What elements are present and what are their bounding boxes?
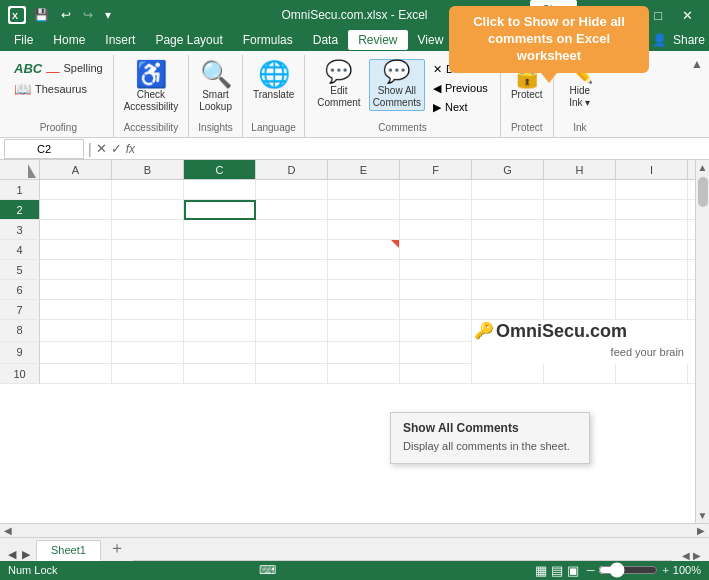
cell-c3[interactable]	[184, 220, 256, 240]
cell-e6[interactable]	[328, 280, 400, 300]
row-header-6[interactable]: 6	[0, 280, 40, 300]
row-header-3[interactable]: 3	[0, 220, 40, 240]
formula-input[interactable]	[139, 143, 705, 155]
cell-e9[interactable]	[328, 342, 400, 364]
cell-g2[interactable]	[472, 200, 544, 220]
cell-e10[interactable]	[328, 364, 400, 384]
cell-a4[interactable]	[40, 240, 112, 260]
page-break-view-btn[interactable]: ▣	[567, 563, 579, 578]
cell-h1[interactable]	[544, 180, 616, 200]
cell-g6[interactable]	[472, 280, 544, 300]
scroll-up-btn[interactable]: ▲	[696, 160, 709, 175]
cell-f9[interactable]	[400, 342, 472, 364]
menu-home[interactable]: Home	[43, 30, 95, 50]
next-comment-btn[interactable]: ▶ Next	[429, 99, 492, 116]
row-header-7[interactable]: 7	[0, 300, 40, 320]
cell-i3[interactable]	[616, 220, 688, 240]
cell-h6[interactable]	[544, 280, 616, 300]
cell-d9[interactable]	[256, 342, 328, 364]
cell-b10[interactable]	[112, 364, 184, 384]
cell-f10[interactable]	[400, 364, 472, 384]
cell-i1[interactable]	[616, 180, 688, 200]
cell-d8[interactable]	[256, 320, 328, 342]
cell-b6[interactable]	[112, 280, 184, 300]
col-header-h[interactable]: H	[544, 160, 616, 179]
cell-h2[interactable]	[544, 200, 616, 220]
cell-e5[interactable]	[328, 260, 400, 280]
show-all-comments-btn[interactable]: 💬 Show AllComments	[369, 59, 425, 111]
cell-i4[interactable]	[616, 240, 688, 260]
cell-a7[interactable]	[40, 300, 112, 320]
cell-g3[interactable]	[472, 220, 544, 240]
scroll-down-btn[interactable]: ▼	[696, 508, 709, 523]
zoom-in-btn[interactable]: +	[662, 564, 668, 576]
maximize-btn[interactable]: □	[646, 6, 670, 25]
cell-f6[interactable]	[400, 280, 472, 300]
cell-e7[interactable]	[328, 300, 400, 320]
save-quick-btn[interactable]: 💾	[30, 6, 53, 24]
smart-lookup-btn[interactable]: 🔍 SmartLookup	[195, 59, 236, 115]
zoom-out-btn[interactable]: ─	[587, 564, 595, 576]
edit-comment-btn[interactable]: 💬 EditComment	[313, 59, 364, 111]
cell-a6[interactable]	[40, 280, 112, 300]
customize-qat-btn[interactable]: ▾	[101, 6, 115, 24]
cell-g7[interactable]	[472, 300, 544, 320]
zoom-slider[interactable]	[598, 562, 658, 578]
vertical-scrollbar[interactable]: ▲ ▼	[695, 160, 709, 523]
cell-d1[interactable]	[256, 180, 328, 200]
cell-f2[interactable]	[400, 200, 472, 220]
cell-f4[interactable]	[400, 240, 472, 260]
cell-a8[interactable]	[40, 320, 112, 342]
cell-h4[interactable]	[544, 240, 616, 260]
cell-c4[interactable]	[184, 240, 256, 260]
menu-view[interactable]: View	[408, 30, 454, 50]
cell-e3[interactable]	[328, 220, 400, 240]
menu-data[interactable]: Data	[303, 30, 348, 50]
collapse-ribbon-btn[interactable]: ▲	[689, 55, 705, 73]
sheet-tab-1[interactable]: Sheet1	[36, 540, 101, 561]
cell-b8[interactable]	[112, 320, 184, 342]
name-box[interactable]	[4, 139, 84, 159]
cell-d6[interactable]	[256, 280, 328, 300]
menu-file[interactable]: File	[4, 30, 43, 50]
cell-d2[interactable]	[256, 200, 328, 220]
cell-c10[interactable]	[184, 364, 256, 384]
check-accessibility-btn[interactable]: ♿ CheckAccessibility	[120, 59, 182, 115]
menu-formulas[interactable]: Formulas	[233, 30, 303, 50]
close-btn[interactable]: ✕	[674, 6, 701, 25]
translate-btn[interactable]: 🌐 Translate	[249, 59, 298, 103]
share-label[interactable]: Share	[673, 33, 705, 47]
menu-review[interactable]: Review	[348, 30, 407, 50]
cell-f7[interactable]	[400, 300, 472, 320]
page-layout-view-btn[interactable]: ▤	[551, 563, 563, 578]
scroll-thumb[interactable]	[698, 177, 708, 207]
scroll-right-btn[interactable]: ▶	[693, 525, 709, 536]
scroll-left-btn[interactable]: ◀	[0, 525, 16, 536]
col-header-d[interactable]: D	[256, 160, 328, 179]
cell-b7[interactable]	[112, 300, 184, 320]
cell-d10[interactable]	[256, 364, 328, 384]
cell-i10[interactable]	[616, 364, 688, 384]
thesaurus-btn[interactable]: 📖 Thesaurus	[10, 79, 107, 99]
cancel-formula-icon[interactable]: ✕	[96, 141, 107, 156]
next-sheet-btn[interactable]: ▶	[22, 548, 30, 561]
col-header-f[interactable]: F	[400, 160, 472, 179]
undo-btn[interactable]: ↩	[57, 6, 75, 24]
cell-h10[interactable]	[544, 364, 616, 384]
cell-h3[interactable]	[544, 220, 616, 240]
cell-c9[interactable]	[184, 342, 256, 364]
row-header-4[interactable]: 4	[0, 240, 40, 260]
col-header-e[interactable]: E	[328, 160, 400, 179]
cell-d5[interactable]	[256, 260, 328, 280]
cell-e2[interactable]	[328, 200, 400, 220]
redo-btn[interactable]: ↪	[79, 6, 97, 24]
cell-c1[interactable]	[184, 180, 256, 200]
cell-f8[interactable]	[400, 320, 472, 342]
cell-c7[interactable]	[184, 300, 256, 320]
horizontal-scrollbar[interactable]: ◀ ▶	[0, 523, 709, 537]
prev-sheet-btn[interactable]: ◀	[8, 548, 16, 561]
col-header-b[interactable]: B	[112, 160, 184, 179]
col-header-a[interactable]: A	[40, 160, 112, 179]
cell-h5[interactable]	[544, 260, 616, 280]
cell-b5[interactable]	[112, 260, 184, 280]
